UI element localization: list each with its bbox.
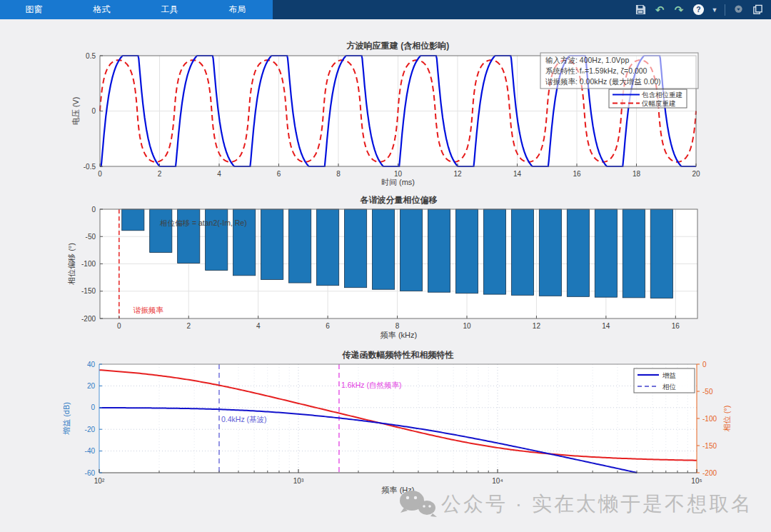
redo-icon[interactable]: ↷ <box>672 4 685 16</box>
x-tick-label: 10 <box>394 170 403 178</box>
matlab-figure-window: { "toolbar": { "menus": [ {"label": "图窗"… <box>0 0 771 532</box>
marker-label-fundamental: 0.4kHz (基波) <box>221 415 267 423</box>
x-tick-label: 16 <box>573 170 581 178</box>
bar-harmonic-14.8 <box>623 209 645 298</box>
y-tick-label: -150 <box>81 287 96 295</box>
plot3-title: 传递函数幅频特性和相频特性 <box>342 350 454 360</box>
y-tick-label-left: -40 <box>85 447 96 455</box>
x-tick-label: 18 <box>633 170 641 178</box>
bar-harmonic-1.2 <box>150 209 172 253</box>
bar-harmonic-10 <box>455 209 478 293</box>
x-tick-label: 10 <box>463 322 471 330</box>
legend-label: 仅幅度重建 <box>641 99 676 107</box>
divider <box>725 4 725 16</box>
options-icon[interactable] <box>732 4 745 16</box>
bar-harmonic-12.4 <box>539 209 561 296</box>
x-tick-label: 16 <box>672 322 680 330</box>
legend-label: 相位 <box>662 383 677 391</box>
plot-harmonic-phase-bars: 谐振频率相位偏移 = atan2(-Im, Re)02468101214160-… <box>67 195 697 339</box>
bar-harmonic-15.6 <box>650 209 672 298</box>
phase-formula-annotation: 相位偏移 = atan2(-Im, Re) <box>159 219 247 227</box>
y-tick-label-left: -60 <box>85 469 96 477</box>
x-tick-label: 10⁵ <box>691 477 702 485</box>
copy-icon[interactable] <box>751 4 764 16</box>
x-tick-label: 10² <box>94 477 105 485</box>
bar-harmonic-7.6 <box>372 209 394 289</box>
bar-harmonic-13.2 <box>567 209 589 296</box>
plot-bode: 0.4kHz (基波)1.6kHz (自然频率)10²10³10⁴10⁵4020… <box>62 350 731 494</box>
plot-square-wave-reconstruction: 024681012141618200.50-0.5时间 (ms)电压 (V)方波… <box>71 41 700 186</box>
x-tick-label: 12 <box>453 170 462 178</box>
figure-canvas: 024681012141618200.50-0.5时间 (ms)电压 (V)方波… <box>0 19 771 532</box>
bar-harmonic-5.2 <box>289 209 311 283</box>
toolbar: 图窗 格式 工具 布局 ↶ ↷ ? ▼ <box>0 0 771 19</box>
wechat-tail-small <box>430 513 437 517</box>
x-tick-label: 10⁴ <box>492 477 503 485</box>
wechat-eye <box>414 496 417 499</box>
x-tick-label: 14 <box>602 322 610 330</box>
xlabel: 频率 (kHz) <box>381 331 417 339</box>
bar-harmonic-14 <box>595 209 617 297</box>
wechat-bubble-small <box>418 501 435 515</box>
marker-label-natural-freq: 1.6kHz (自然频率) <box>341 381 402 389</box>
x-tick-label: 14 <box>513 170 522 178</box>
watermark: 公众号 · 实在太懒于是不想取名 <box>400 491 753 517</box>
wechat-eye <box>423 505 425 508</box>
bar-harmonic-9.2 <box>428 209 450 292</box>
y-tick-label-right: -200 <box>702 469 717 477</box>
y-tick-label-left: 0 <box>91 403 95 411</box>
bar-harmonic-4.4 <box>261 209 283 279</box>
ylabel-left: 增益 (dB) <box>62 402 71 435</box>
y-tick-label-right: 0 <box>702 361 707 368</box>
x-tick-label: 2 <box>186 322 191 330</box>
watermark-text: 公众号 · 实在太懒于是不想取名 <box>441 493 753 515</box>
wechat-eye <box>406 496 409 499</box>
bar-harmonic-6.8 <box>344 209 366 288</box>
x-tick-label: 0 <box>98 170 102 178</box>
x-tick-label: 4 <box>256 322 261 330</box>
wechat-icon <box>400 491 437 517</box>
y-tick-label: -100 <box>81 260 96 268</box>
y-tick-label: -200 <box>81 315 96 323</box>
bar-harmonic-6 <box>317 209 339 286</box>
y-tick-label-left: 20 <box>87 382 96 390</box>
resonance-label: 谐振频率 <box>133 306 164 314</box>
menu-layout[interactable]: 布局 <box>203 4 271 16</box>
x-tick-label: 0 <box>117 322 121 330</box>
y-tick-label: -0.5 <box>84 163 96 171</box>
y-tick-label-left: -20 <box>85 426 96 433</box>
menu-format[interactable]: 格式 <box>68 4 136 16</box>
wechat-eye <box>428 505 431 508</box>
toolbar-menu-zone: 图窗 格式 工具 布局 <box>0 0 273 19</box>
x-tick-label: 2 <box>158 170 162 178</box>
svg-text:?: ? <box>696 6 700 14</box>
y-tick-label: 0 <box>91 107 96 115</box>
undo-icon[interactable]: ↶ <box>653 4 666 16</box>
x-tick-label: 4 <box>217 170 221 178</box>
bar-harmonic-2 <box>178 209 200 264</box>
x-tick-label: 8 <box>336 170 341 178</box>
menu-tools[interactable]: 工具 <box>136 4 203 16</box>
y-tick-label: -50 <box>86 233 96 241</box>
annotation-line: 输入方波: 400Hz, 1.0Vpp <box>545 56 629 64</box>
y-tick-label-left: 40 <box>87 361 96 368</box>
bar-harmonic-0.4 <box>122 209 144 231</box>
y-tick-label: 0 <box>91 206 96 214</box>
toolbar-icon-cluster: ↶ ↷ ? ▼ <box>634 0 764 19</box>
x-tick-label: 6 <box>326 322 330 330</box>
bar-harmonic-11.6 <box>511 209 533 295</box>
y-tick-label-right: -150 <box>702 442 717 450</box>
x-tick-label: 20 <box>692 170 700 178</box>
help-icon[interactable]: ? <box>692 4 705 16</box>
y-tick-label-right: -100 <box>702 415 717 423</box>
x-tick-label: 10³ <box>293 477 304 485</box>
bar-harmonic-10.8 <box>483 209 505 294</box>
plot1-title: 方波响应重建 (含相位影响) <box>346 41 449 51</box>
xlabel: 时间 (ms) <box>381 178 415 186</box>
caret-down-icon[interactable]: ▼ <box>711 4 718 16</box>
bar-harmonic-8.4 <box>400 209 422 291</box>
save-icon[interactable] <box>634 4 647 16</box>
annotation-line: 谐振频率: 0.00kHz (最大增益 0.00) <box>545 77 661 86</box>
menu-figure[interactable]: 图窗 <box>0 4 68 16</box>
x-tick-label: 12 <box>533 322 541 330</box>
